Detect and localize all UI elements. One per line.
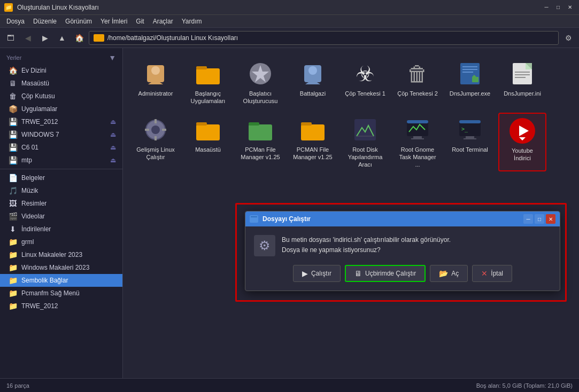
menu-duzenle[interactable]: Düzenle <box>29 17 61 26</box>
root-disk-icon <box>351 116 379 144</box>
menu-araclar[interactable]: Araçlar <box>149 17 177 26</box>
dialog-run-button[interactable]: ▶ Çalıştır <box>293 265 341 282</box>
file-dnsjumper-ini[interactable]: DnsJumper.ini <box>498 57 546 108</box>
root-terminal-icon: >_ <box>456 116 484 144</box>
sidebar-item-windows-makaleri[interactable]: 📁 Windows Makaleri 2023 <box>0 261 122 274</box>
cop2-icon: 🗑 <box>404 60 431 88</box>
sidebar-item-trwe2012[interactable]: 💾 TRWE_2012 ⏏ <box>0 115 122 128</box>
baslatici-label: Başlatıcı Oluşturucusu <box>240 90 281 105</box>
home-button[interactable]: 🏠 <box>72 30 87 45</box>
svg-rect-10 <box>462 72 473 73</box>
sidebar-item-indirilenler[interactable]: ⬇ İndirilenler <box>0 223 122 236</box>
dialog-cancel-button[interactable]: ✕ İptal <box>472 265 512 282</box>
dialog-terminal-run-button[interactable]: 🖥 Uçbirimde Çalıştır <box>345 265 426 282</box>
file-root-terminal[interactable]: >_ Root Terminal <box>446 113 494 172</box>
file-root-gnome[interactable]: Root Gnome Task Manager ... <box>393 113 442 172</box>
dialog-close-button[interactable]: ✕ <box>546 214 555 224</box>
menu-yardim[interactable]: Yardım <box>177 17 206 26</box>
dnsjumper-exe-label: DnsJumper.exe <box>450 90 490 97</box>
gelismis-icon <box>142 116 169 144</box>
sidebar-item-cop-kutusu[interactable]: 🗑 Çöp Kutusu <box>0 90 122 103</box>
dialog-title-bar: Dosyayı Çalıştır ─ □ ✕ <box>245 211 560 226</box>
svg-rect-28 <box>301 124 325 140</box>
free-space: Boş alan: 5,0 GiB (Toplam: 21,0 GiB) <box>476 382 573 389</box>
maximize-button[interactable]: □ <box>553 3 563 12</box>
downloads-icon: ⬇ <box>9 225 17 233</box>
sidebar-item-grml[interactable]: 📁 grml <box>0 236 122 248</box>
settings-button[interactable]: ⚙ <box>561 30 576 45</box>
eject-icon-2[interactable]: ⏏ <box>110 131 116 138</box>
file-masaustu-folder[interactable]: Masaüstü <box>184 113 232 172</box>
dialog-body: ⚙ Bu metin dosyası 'indirici.sh' çalıştı… <box>245 226 560 291</box>
up-button[interactable]: ▲ <box>55 30 70 45</box>
sidebar-item-windows7[interactable]: 💾 WINDOWS 7 ⏏ <box>0 128 122 141</box>
sidebar-item-sembolik-baglar[interactable]: 📁 Sembolik Bağlar <box>0 274 122 287</box>
svg-rect-25 <box>196 122 207 126</box>
dnsjumper-ini-icon <box>508 60 536 88</box>
sidebar-item-trwe2012-b[interactable]: 📁 TRWE_2012 <box>0 300 122 312</box>
file-administrator[interactable]: Administrator <box>132 57 180 108</box>
masaustu-folder-icon <box>194 116 222 144</box>
file-dnsjumper-exe[interactable]: DnsJumper.exe <box>446 57 494 108</box>
linux-makaleler-icon: 📁 <box>9 250 17 259</box>
sidebar-item-uygulamalar[interactable]: 📦 Uygulamalar <box>0 103 122 115</box>
sidebar-item-linux-makaleler[interactable]: 📁 Linux Makaleler 2023 <box>0 248 122 261</box>
youtube-indirici-icon <box>508 117 536 145</box>
administrator-icon <box>142 60 169 88</box>
cancel-icon: ✕ <box>481 269 488 278</box>
sidebar-toggle[interactable]: ▼ <box>109 53 116 62</box>
eject-icon-3[interactable]: ⏏ <box>110 144 116 151</box>
dialog-buttons: ▶ Çalıştır 🖥 Uçbirimde Çalıştır 📂 Aç ✕ İ… <box>254 265 551 282</box>
file-pcman125-2[interactable]: PCMAN File Manager v1.25 <box>289 113 337 172</box>
file-baslatici[interactable]: Başlatıcı Oluşturucusu <box>236 57 284 108</box>
menu-yer-imleri[interactable]: Yer İmleri <box>96 17 132 26</box>
dialog-minimize-button[interactable]: ─ <box>523 214 533 224</box>
new-window-button[interactable]: 🗔 <box>3 30 18 45</box>
sidebar-item-resimler[interactable]: 🖼 Resimler <box>0 197 122 210</box>
grml-icon: 📁 <box>9 238 17 246</box>
menu-gorunum[interactable]: Görünüm <box>61 17 96 26</box>
dnsjumper-exe-icon <box>456 60 484 88</box>
menu-dosya[interactable]: Dosya <box>2 17 29 26</box>
sidebar-item-ev-dizini[interactable]: 🏠 Ev Dizini <box>0 64 122 77</box>
sidebar-item-c601[interactable]: 💾 C6 01 ⏏ <box>0 141 122 154</box>
file-cop2[interactable]: 🗑 Çöp Tenekesi 2 <box>393 57 442 108</box>
sidebar-item-masaustu[interactable]: 🖥 Masaüstü <box>0 77 122 90</box>
root-gnome-icon <box>404 116 431 144</box>
file-battalgazi[interactable]: Battalgazi <box>289 57 337 108</box>
dialog-open-button[interactable]: 📂 Aç <box>430 265 468 282</box>
menu-git[interactable]: Git <box>132 17 148 26</box>
svg-rect-20 <box>155 119 157 123</box>
eject-icon-1[interactable]: ⏏ <box>110 118 116 126</box>
file-gelismis[interactable]: Gelişmiş Linux Çalıştır <box>132 113 180 172</box>
minimize-button[interactable]: ─ <box>542 3 551 12</box>
home-icon: 🏠 <box>9 66 17 75</box>
close-button[interactable]: ✕ <box>565 3 575 12</box>
baslangic-label: Başlangıç Uygulamaları <box>187 90 229 105</box>
svg-rect-17 <box>515 77 526 78</box>
file-pcman125-1[interactable]: PCMan File Manager v1.25 <box>236 113 284 172</box>
back-button[interactable]: ◀ <box>20 30 35 45</box>
forward-button[interactable]: ▶ <box>37 30 52 45</box>
file-cop1[interactable]: ☣ Çöp Tenekesi 1 <box>341 57 389 108</box>
cop2-label: Çöp Tenekesi 2 <box>397 90 438 97</box>
dialog-title-text: Dosyayı Çalıştır <box>263 215 523 223</box>
pcman125-1-label: PCMan File Manager v1.25 <box>240 146 281 161</box>
file-root-disk[interactable]: Root Disk Yapılandırma Aracı <box>341 113 389 172</box>
drive-icon-1: 💾 <box>9 117 17 126</box>
address-text: /home/battalgazi/Oluşturulan Linux Kısay… <box>107 34 238 42</box>
dialog-window: Dosyayı Çalıştır ─ □ ✕ ⚙ Bu metin dosyas… <box>245 211 560 291</box>
sidebar-item-belgeler[interactable]: 📄 Belgeler <box>0 171 122 184</box>
svg-rect-35 <box>411 138 424 139</box>
dialog-maximize-button[interactable]: □ <box>535 214 544 224</box>
sidebar-item-pcmanfm[interactable]: 📁 Pcmanfm Sağ Menü <box>0 287 122 300</box>
file-baslangic[interactable]: Başlangıç Uygulamaları <box>184 57 232 108</box>
drive-icon-3: 💾 <box>9 143 17 152</box>
sidebar-item-videolar[interactable]: 🎬 Videolar <box>0 210 122 223</box>
file-youtube-indirici[interactable]: Youtube İndirici <box>498 113 546 172</box>
sidebar-item-mtp[interactable]: 💾 mtp ⏏ <box>0 154 122 167</box>
eject-icon-4[interactable]: ⏏ <box>110 156 116 164</box>
address-bar[interactable]: /home/battalgazi/Oluşturulan Linux Kısay… <box>89 31 559 45</box>
run-icon: ▶ <box>302 269 308 278</box>
sidebar-item-muzik[interactable]: 🎵 Müzik <box>0 184 122 197</box>
